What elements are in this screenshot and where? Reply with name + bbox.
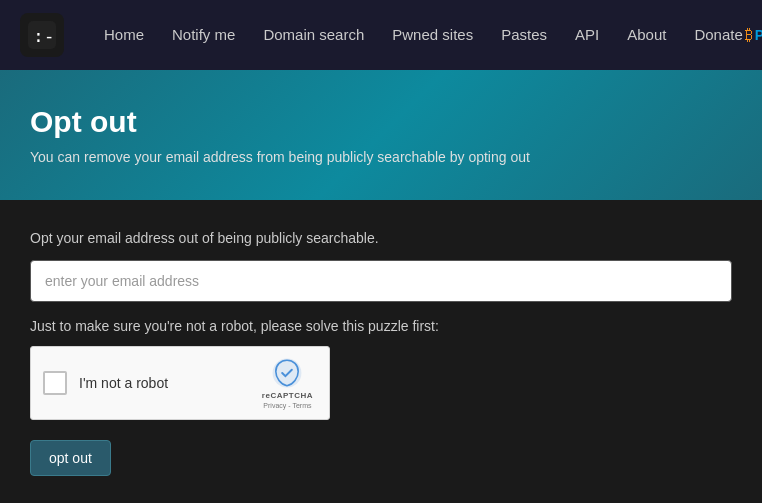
captcha-widget[interactable]: I'm not a robot reCAPTCHA Privacy - Term… [30, 346, 330, 420]
recaptcha-links[interactable]: Privacy - Terms [263, 402, 311, 409]
nav-notify-me[interactable]: Notify me [172, 26, 235, 43]
page-title: Opt out [30, 105, 732, 139]
nav-home[interactable]: Home [104, 26, 144, 43]
nav-pastes[interactable]: Pastes [501, 26, 547, 43]
nav-api[interactable]: API [575, 26, 599, 43]
nav-pwned-sites[interactable]: Pwned sites [392, 26, 473, 43]
opt-out-subtitle: Opt your email address out of being publ… [30, 230, 732, 246]
recaptcha-logo-icon [271, 357, 303, 389]
paypal-icon: P [755, 27, 762, 43]
recaptcha-brand: reCAPTCHA [262, 391, 313, 400]
logo-icon: :- [28, 21, 56, 49]
captcha-left: I'm not a robot [43, 371, 168, 395]
hero-description: You can remove your email address from b… [30, 149, 732, 165]
captcha-checkbox[interactable] [43, 371, 67, 395]
hero-banner: Opt out You can remove your email addres… [0, 70, 762, 200]
captcha-right: reCAPTCHA Privacy - Terms [262, 357, 313, 409]
robot-label: Just to make sure you're not a robot, pl… [30, 318, 732, 334]
email-input[interactable] [30, 260, 732, 302]
nav-domain-search[interactable]: Domain search [263, 26, 364, 43]
donate-link[interactable]: Donate [694, 26, 742, 43]
svg-point-2 [273, 359, 302, 388]
navbar: :- Home Notify me Domain search Pwned si… [0, 0, 762, 70]
captcha-label: I'm not a robot [79, 375, 168, 391]
site-logo[interactable]: :- [20, 13, 64, 57]
nav-donate[interactable]: Donate ₿ P [694, 26, 762, 43]
nav-links: Home Notify me Domain search Pwned sites… [104, 26, 762, 44]
bitcoin-icon: ₿ [745, 26, 753, 43]
nav-about[interactable]: About [627, 26, 666, 43]
svg-text::-: :- [33, 25, 55, 46]
opt-out-button[interactable]: opt out [30, 440, 111, 476]
main-content: Opt your email address out of being publ… [0, 200, 762, 503]
